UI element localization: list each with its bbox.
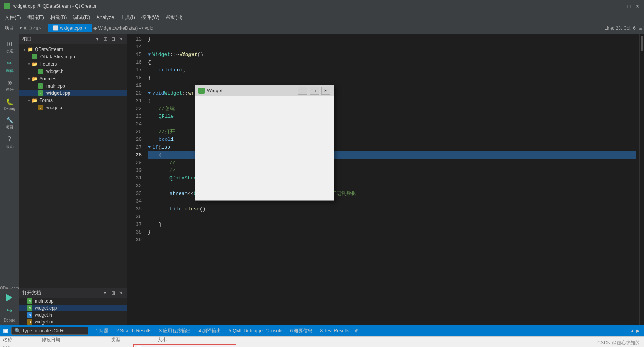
close-button[interactable]: ✕ <box>635 3 640 9</box>
tree-root[interactable]: ▼ 📁 QDataStream <box>19 46 127 53</box>
toolbar-filter[interactable]: ▼ ⊞ ⊟ ◁ ▷ <box>19 25 41 30</box>
widget-minimize[interactable]: — <box>298 87 307 95</box>
line-28: 28 <box>127 151 142 159</box>
tab-search[interactable]: 2 Search Results <box>112 327 155 335</box>
taskbar: 名称 修改日期 类型 大小 🖼 pixmap 2022/12/23 10:52 … <box>0 336 644 347</box>
doc-icon-widget-ui: u <box>27 319 32 325</box>
scrollbar-thumb[interactable] <box>641 36 643 51</box>
taskbar-item-test[interactable]: 📄 test 2023/1/4 18:34 文本文档 1 KB <box>133 344 236 347</box>
search-box[interactable]: 🔍 Type to locate (Ctrl+... <box>11 327 88 335</box>
taskbar-item-pixmap[interactable]: 🖼 pixmap 2022/12/23 10:52 PNG 图片文件 12 KB <box>3 344 125 347</box>
toolbar-project-label: 项目 <box>2 25 17 31</box>
line-19: 19 <box>127 82 142 90</box>
line-38: 38 <box>127 229 142 236</box>
line-26: 26 <box>127 136 142 144</box>
sidebar-item-edit[interactable]: ✏ 编辑 <box>0 56 19 76</box>
left-sidebar: ⊞ 欢迎 ✏ 编辑 ◈ 设计 🐛 Debug 🔧 项目 ? 帮助 QDa···e… <box>0 34 19 325</box>
menu-controls[interactable]: 控件(W) <box>138 13 163 22</box>
edit-icon: ✏ <box>5 59 14 67</box>
menu-file[interactable]: 文件(F) <box>2 13 24 22</box>
tab-qml[interactable]: 5 QML Debugger Console <box>225 327 286 335</box>
tree-folder-sources[interactable]: ▼ 📂 Sources <box>19 75 127 83</box>
panel-toggle[interactable]: ▣ <box>3 328 8 334</box>
menu-tools[interactable]: 工具(I) <box>117 13 138 22</box>
qda-label: QDa···eam <box>0 286 19 290</box>
project-panel-actions: ▼ ⊞ ⊟ ✕ <box>94 36 124 42</box>
widget-ui-name: widget.ui <box>46 105 64 110</box>
code-line-15: ▼ Widget::~Widget() <box>148 51 636 59</box>
open-docs-close[interactable]: ✕ <box>118 290 124 296</box>
sync-btn[interactable]: ⊞ <box>102 36 108 42</box>
open-docs-header: 打开文档 ▼ ⊞ ✕ <box>19 288 127 298</box>
editor-scrollbar[interactable] <box>639 34 644 325</box>
widget-close[interactable]: ✕ <box>321 87 330 95</box>
title-bar-text: widget.cpp @ QDataStream - Qt Creator <box>13 3 618 9</box>
doc-name-widget-h: widget.h <box>35 312 52 318</box>
tab-compile[interactable]: 4 编译输出 <box>195 327 225 335</box>
doc-name-widget-ui: widget.ui <box>35 319 53 325</box>
open-doc-main-cpp[interactable]: c main.cpp <box>19 298 127 305</box>
line-36: 36 <box>127 213 142 221</box>
toolbar-tab-widget[interactable]: ⬜ widget.cpp ✕ <box>48 25 92 31</box>
tab-app-output[interactable]: 3 应用程序输出 <box>155 327 195 335</box>
project-icon: 🔧 <box>5 115 14 124</box>
open-docs-section: 打开文档 ▼ ⊞ ✕ c main.cpp c widget.cpp h wid… <box>19 288 127 325</box>
open-docs-expand[interactable]: ⊞ <box>110 290 116 296</box>
design-icon: ◈ <box>5 78 14 86</box>
pro-file-name: QDataStream.pro <box>40 54 76 59</box>
sidebar-item-project[interactable]: 🔧 项目 <box>0 113 19 132</box>
taskbar-row-header: 名称 修改日期 类型 大小 <box>3 337 594 343</box>
cpp-file-icon-widget: c <box>38 90 43 96</box>
widget-maximize[interactable]: □ <box>310 87 319 95</box>
tab-test[interactable]: 8 Test Results <box>316 327 353 335</box>
code-line-37: } <box>148 221 636 229</box>
collapse-btn[interactable]: ⊟ <box>110 36 116 42</box>
tree-item-widget-ui[interactable]: u widget.ui <box>19 104 127 111</box>
panel-close-btn[interactable]: ✕ <box>118 36 124 42</box>
step-button[interactable]: ↪ <box>3 305 15 317</box>
toolbar: 项目 ▼ ⊞ ⊟ ◁ ▷ ⬜ widget.cpp ✕ ◆ Widget::wr… <box>0 22 644 34</box>
minimize-button[interactable]: — <box>618 3 623 9</box>
menu-debug[interactable]: 调试(D) <box>70 13 93 22</box>
menu-edit[interactable]: 编辑(E) <box>24 13 47 22</box>
step-icon: ↪ <box>7 306 12 315</box>
tree-item-widget-h[interactable]: h widget.h <box>19 68 127 75</box>
tab-summary[interactable]: 6 概要信息 <box>286 327 316 335</box>
window-controls: — □ ✕ <box>618 3 640 9</box>
widget-window-icon <box>198 88 205 94</box>
split-icon[interactable]: ⊟ <box>639 25 642 31</box>
sidebar-item-help[interactable]: ? 帮助 <box>0 132 19 152</box>
tree-folder-headers[interactable]: ▼ 📂 Headers <box>19 60 127 68</box>
tree-item-main-cpp[interactable]: c main.cpp <box>19 83 127 90</box>
open-doc-widget-ui[interactable]: u widget.ui <box>19 318 127 325</box>
maximize-button[interactable]: □ <box>626 3 632 9</box>
root-name: QDataStream <box>35 47 63 52</box>
file-tree: ▼ 📁 QDataStream QDataStream.pro ▼ 📂 Head… <box>19 44 127 288</box>
tree-item-widget-cpp[interactable]: c widget.cpp <box>19 90 127 96</box>
help-icon: ? <box>5 135 14 143</box>
app-icon <box>4 3 10 9</box>
sidebar-item-welcome[interactable]: ⊞ 欢迎 <box>0 37 19 56</box>
sidebar-item-debug[interactable]: 🐛 Debug <box>0 95 19 113</box>
menu-analyze[interactable]: Analyze <box>93 13 117 21</box>
line-15: 15 <box>127 51 142 59</box>
ui-file-icon: u <box>38 105 43 110</box>
more-tabs[interactable]: ⊕ <box>355 328 359 333</box>
tree-folder-forms[interactable]: ▼ 📂 Forms <box>19 96 127 104</box>
tree-item-pro[interactable]: QDataStream.pro <box>19 53 127 60</box>
sidebar-item-design[interactable]: ◈ 设计 <box>0 76 19 95</box>
col-date: 修改日期 <box>42 337 103 343</box>
widget-title-text: Widget <box>207 88 298 93</box>
project-panel: 项目 ▼ ⊞ ⊟ ✕ ▼ 📁 QDataStream QDataStream.p… <box>19 34 127 325</box>
panel-collapse-btn[interactable]: ▲ ▶ <box>630 328 641 333</box>
tab-problems[interactable]: 1 问题 <box>92 327 112 335</box>
menu-help[interactable]: 帮助(H) <box>163 13 186 22</box>
sources-folder-name: Sources <box>39 76 56 81</box>
run-button[interactable] <box>3 292 15 303</box>
line-col-indicator: Line: 28, Col: 6 <box>604 25 636 31</box>
open-docs-filter[interactable]: ▼ <box>102 290 108 296</box>
open-doc-widget-cpp[interactable]: c widget.cpp <box>19 305 127 311</box>
open-doc-widget-h[interactable]: h widget.h <box>19 311 127 318</box>
filter-btn[interactable]: ▼ <box>94 36 101 42</box>
menu-build[interactable]: 构建(B) <box>47 13 70 22</box>
